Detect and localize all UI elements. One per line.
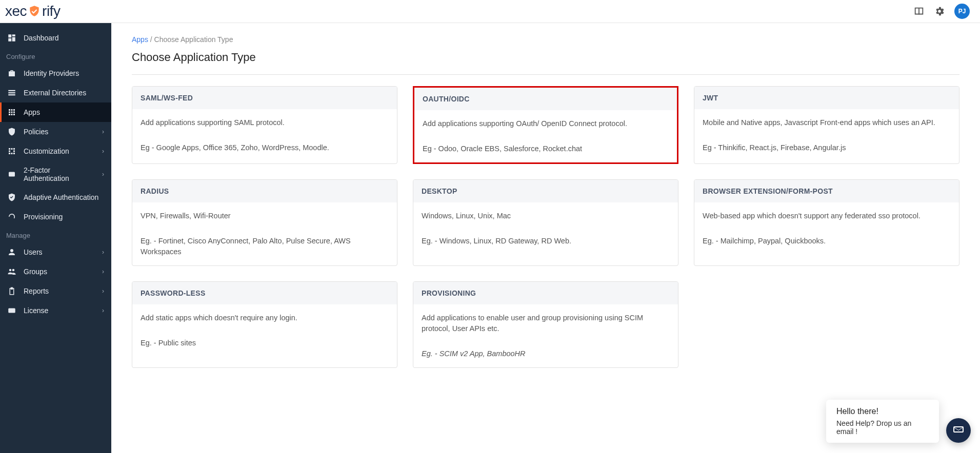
list-icon [7, 88, 16, 97]
sidebar-item-2fa[interactable]: 2-Factor Authentication › [0, 161, 111, 188]
app-type-card[interactable]: PROVISIONINGAdd applications to enable u… [413, 281, 678, 368]
app-type-card[interactable]: PASSWORD-LESSAdd static apps which doesn… [132, 281, 397, 368]
chat-popover[interactable]: Hello there! Need Help? Drop us an email… [826, 400, 939, 443]
sidebar-item-provisioning[interactable]: Provisioning [0, 207, 111, 226]
sidebar-item-label: Groups [24, 267, 47, 276]
app-type-card[interactable]: RADIUSVPN, Firewalls, Wifi-RouterEg. - F… [132, 179, 397, 266]
card-title: SAML/WS-FED [132, 87, 397, 109]
sidebar-item-groups[interactable]: Groups › [0, 262, 111, 281]
chevron-right-icon: › [102, 171, 104, 178]
card-title: BROWSER EXTENSION/FORM-POST [694, 180, 959, 202]
breadcrumb-current: Choose Application Type [154, 35, 233, 44]
sidebar-item-external-directories[interactable]: External Directories [0, 83, 111, 102]
card-title: OAUTH/OIDC [414, 88, 677, 110]
card-title: DESKTOP [413, 180, 678, 202]
sidebar: Dashboard Configure Identity Providers E… [0, 23, 111, 453]
avatar[interactable]: PJ [954, 4, 970, 19]
sidebar-item-label: Apps [24, 108, 40, 116]
sidebar-section-configure: Configure [0, 48, 111, 64]
sidebar-item-policies[interactable]: Policies › [0, 122, 111, 141]
card-description: Add applications to enable user and grou… [422, 313, 670, 334]
app-type-card[interactable]: SAML/WS-FEDAdd applications supporting S… [132, 86, 397, 164]
sidebar-item-label: Reports [24, 287, 49, 295]
sidebar-item-license[interactable]: License › [0, 301, 111, 320]
card-example: Eg - Thinkific, React.js, Firebase, Angu… [703, 142, 951, 153]
card-icon [7, 306, 16, 315]
sidebar-item-label: Dashboard [24, 34, 59, 42]
card-description: VPN, Firewalls, Wifi-Router [141, 211, 389, 221]
gear-icon[interactable] [934, 6, 945, 17]
clipboard-icon [7, 286, 16, 296]
brand-post: rify [42, 3, 60, 19]
breadcrumb-sep: / [150, 35, 154, 44]
main-content: Apps / Choose Application Type Choose Ap… [111, 23, 980, 453]
chat-prompt: Need Help? Drop us an email ! [836, 419, 929, 436]
card-body: Add applications to enable user and grou… [413, 304, 678, 367]
card-body: Windows, Linux, Unix, MacEg. - Windows, … [413, 202, 678, 255]
sidebar-item-reports[interactable]: Reports › [0, 281, 111, 301]
svg-rect-0 [9, 172, 15, 177]
chevron-right-icon: › [102, 268, 104, 275]
mail-icon [952, 423, 965, 438]
chevron-right-icon: › [102, 128, 104, 135]
app-type-card[interactable]: JWTMobile and Native apps, Javascript Fr… [694, 86, 959, 164]
card-description: Windows, Linux, Unix, Mac [422, 211, 670, 221]
shield-check-icon [28, 5, 41, 18]
briefcase-icon [7, 69, 16, 78]
svg-rect-1 [8, 308, 15, 313]
app-type-card[interactable]: DESKTOPWindows, Linux, Unix, MacEg. - Wi… [413, 179, 678, 266]
breadcrumb-root[interactable]: Apps [132, 35, 148, 44]
sidebar-item-label: 2-Factor Authentication [24, 166, 95, 182]
card-title: PASSWORD-LESS [132, 282, 397, 304]
card-body: Add applications supporting OAuth/ OpenI… [414, 110, 677, 162]
card-body: Web-based app which doesn't support any … [694, 202, 959, 255]
keypad-icon [7, 170, 16, 179]
card-description: Add applications supporting SAML protoco… [141, 117, 389, 128]
card-description: Mobile and Native apps, Javascript Front… [703, 117, 951, 128]
sidebar-item-label: Customization [24, 147, 69, 155]
card-example: Eg - Google Apps, Office 365, Zoho, Word… [141, 142, 389, 153]
app-type-card[interactable]: OAUTH/OIDCAdd applications supporting OA… [413, 86, 678, 164]
topbar: xec rify PJ [0, 0, 980, 23]
puzzle-icon [7, 147, 16, 156]
chevron-right-icon: › [102, 249, 104, 256]
brand-logo[interactable]: xec rify [5, 3, 60, 19]
sidebar-item-identity-providers[interactable]: Identity Providers [0, 64, 111, 83]
sidebar-item-customization[interactable]: Customization › [0, 141, 111, 161]
divider [132, 74, 959, 75]
sidebar-item-label: Users [24, 248, 43, 256]
chevron-right-icon: › [102, 287, 104, 295]
chevron-right-icon: › [102, 307, 104, 314]
breadcrumb: Apps / Choose Application Type [132, 35, 959, 44]
dashboard-icon [7, 33, 16, 43]
card-description: Add applications supporting OAuth/ OpenI… [423, 118, 669, 129]
book-icon[interactable] [913, 6, 925, 17]
card-body: Add static apps which doesn't require an… [132, 304, 397, 357]
sidebar-item-users[interactable]: Users › [0, 242, 111, 262]
card-example: Eg. - Public sites [141, 338, 389, 348]
app-type-card[interactable]: BROWSER EXTENSION/FORM-POSTWeb-based app… [694, 179, 959, 266]
sidebar-item-dashboard[interactable]: Dashboard [0, 28, 111, 48]
page-title: Choose Application Type [132, 51, 959, 64]
sidebar-item-label: Identity Providers [24, 69, 79, 77]
app-type-cards-grid: SAML/WS-FEDAdd applications supporting S… [132, 86, 959, 368]
sidebar-item-label: External Directories [24, 89, 86, 97]
chat-greeting: Hello there! [836, 407, 929, 416]
sidebar-item-label: Adaptive Authentication [24, 193, 98, 201]
card-example: Eg. - SCIM v2 App, BambooHR [422, 348, 670, 359]
user-icon [7, 248, 16, 257]
card-example: Eg. - Windows, Linux, RD Gateway, RD Web… [422, 236, 670, 246]
card-example: Eg. - Fortinet, Cisco AnyConnect, Palo A… [141, 236, 389, 257]
card-description: Add static apps which doesn't require an… [141, 313, 389, 323]
card-title: JWT [694, 87, 959, 109]
group-icon [7, 267, 16, 276]
sidebar-item-apps[interactable]: Apps [0, 102, 111, 122]
sync-icon [7, 212, 16, 221]
card-title: PROVISIONING [413, 282, 678, 304]
sidebar-section-manage: Manage [0, 226, 111, 242]
sidebar-item-label: Policies [24, 128, 48, 136]
sidebar-item-label: License [24, 306, 48, 315]
sidebar-item-adaptive-auth[interactable]: Adaptive Authentication [0, 188, 111, 207]
card-example: Eg - Odoo, Oracle EBS, Salesforce, Rocke… [423, 143, 669, 154]
chat-fab[interactable] [946, 418, 971, 443]
